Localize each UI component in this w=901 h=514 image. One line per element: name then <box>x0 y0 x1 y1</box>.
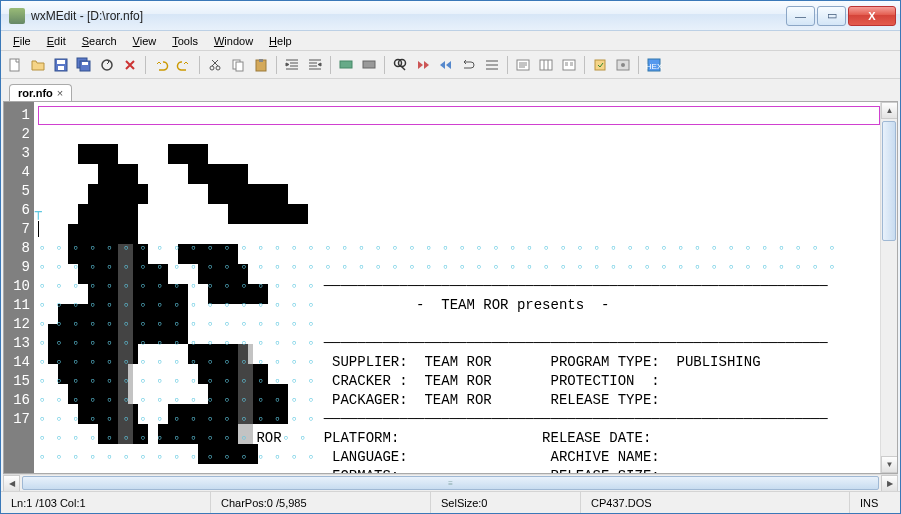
close-file-icon[interactable] <box>120 55 140 75</box>
find-next-icon[interactable] <box>413 55 433 75</box>
scroll-down-icon[interactable]: ▼ <box>881 456 898 473</box>
editor-area: 1 2 3 4 5 6 7 8 9 10 11 12 13 14 15 16 1… <box>3 101 898 474</box>
reload-icon[interactable] <box>97 55 117 75</box>
tab-ror-nfo[interactable]: ror.nfo × <box>9 84 72 101</box>
line-number: 13 <box>4 334 30 353</box>
svg-point-23 <box>621 63 625 67</box>
menu-search[interactable]: Search <box>74 33 125 49</box>
svg-text:HEX: HEX <box>646 62 662 71</box>
save-all-icon[interactable] <box>74 55 94 75</box>
line-number: 17 <box>4 410 30 429</box>
svg-rect-19 <box>540 60 552 70</box>
line-number: 14 <box>4 353 30 372</box>
tabbar: ror.nfo × <box>1 79 900 101</box>
scroll-right-icon[interactable]: ▶ <box>881 475 898 492</box>
line-number: 6 <box>4 201 30 220</box>
maximize-button[interactable]: ▭ <box>817 6 846 26</box>
status-selsize: SelSize:0 <box>431 492 581 513</box>
line-gutter: 1 2 3 4 5 6 7 8 9 10 11 12 13 14 15 16 1… <box>4 102 34 473</box>
current-line-highlight <box>38 106 880 125</box>
cut-icon[interactable] <box>205 55 225 75</box>
svg-point-8 <box>210 66 214 70</box>
tab-label: ror.nfo <box>18 87 53 99</box>
svg-rect-15 <box>363 61 375 68</box>
svg-rect-11 <box>236 62 243 71</box>
app-window: wxMEdit - [D:\ror.nfo] — ▭ X File Edit S… <box>0 0 901 514</box>
line-number: 2 <box>4 125 30 144</box>
options-icon[interactable] <box>613 55 633 75</box>
line-number: 8 <box>4 239 30 258</box>
menu-edit[interactable]: Edit <box>39 33 74 49</box>
find-prev-icon[interactable] <box>436 55 456 75</box>
minimize-button[interactable]: — <box>786 6 815 26</box>
uncomment-icon[interactable] <box>359 55 379 75</box>
menu-file[interactable]: File <box>5 33 39 49</box>
svg-rect-29 <box>188 164 248 184</box>
line-number: 9 <box>4 258 30 277</box>
horizontal-scrollbar[interactable]: ◀ ≡ ▶ <box>3 474 898 491</box>
find-icon[interactable] <box>390 55 410 75</box>
toolbar: HEX <box>1 51 900 79</box>
menu-tools[interactable]: Tools <box>164 33 206 49</box>
app-icon <box>9 8 25 24</box>
svg-rect-26 <box>78 144 118 164</box>
window-title: wxMEdit - [D:\ror.nfo] <box>31 9 784 23</box>
titlebar[interactable]: wxMEdit - [D:\ror.nfo] — ▭ X <box>1 1 900 31</box>
line-number: 5 <box>4 182 30 201</box>
comment-icon[interactable] <box>336 55 356 75</box>
text-mode-icon[interactable] <box>513 55 533 75</box>
scroll-thumb[interactable] <box>882 121 896 241</box>
indent-icon[interactable] <box>282 55 302 75</box>
copy-icon[interactable] <box>228 55 248 75</box>
svg-rect-2 <box>57 60 65 64</box>
scroll-thumb[interactable]: ≡ <box>22 476 879 490</box>
column-mode-icon[interactable] <box>536 55 556 75</box>
line-number: 16 <box>4 391 30 410</box>
close-button[interactable]: X <box>848 6 896 26</box>
open-file-icon[interactable] <box>28 55 48 75</box>
svg-rect-21 <box>595 60 605 70</box>
svg-point-7 <box>102 60 112 70</box>
text-content[interactable]: ◦ ◦ ◦ ◦ ◦ ◦ ◦ ◦ ◦ ◦ ◦ ◦ ◦ ◦ ◦ ◦ ◦ ◦ ◦ ◦ … <box>34 102 880 473</box>
undo-icon[interactable] <box>151 55 171 75</box>
status-encoding[interactable]: CP437.DOS <box>581 492 850 513</box>
paste-icon[interactable] <box>251 55 271 75</box>
status-charpos: CharPos:0 /5,985 <box>211 492 431 513</box>
statusbar: Ln:1 /103 Col:1 CharPos:0 /5,985 SelSize… <box>1 491 900 513</box>
svg-rect-32 <box>88 184 148 204</box>
vertical-scrollbar[interactable]: ▲ ▼ <box>880 102 897 473</box>
line-number: 4 <box>4 163 30 182</box>
menu-view[interactable]: View <box>125 33 165 49</box>
save-icon[interactable] <box>51 55 71 75</box>
outdent-icon[interactable] <box>305 55 325 75</box>
line-number: 7 <box>4 220 30 239</box>
menu-window[interactable]: Window <box>206 33 261 49</box>
line-number: 10 <box>4 277 30 296</box>
svg-rect-28 <box>168 144 208 164</box>
bookmark-icon[interactable]: HEX <box>644 55 664 75</box>
svg-rect-3 <box>58 66 64 70</box>
replace-all-icon[interactable] <box>482 55 502 75</box>
svg-rect-0 <box>10 59 19 71</box>
status-position: Ln:1 /103 Col:1 <box>1 492 211 513</box>
replace-icon[interactable] <box>459 55 479 75</box>
line-number: 3 <box>4 144 30 163</box>
tab-close-icon[interactable]: × <box>57 87 63 99</box>
new-file-icon[interactable] <box>5 55 25 75</box>
scroll-up-icon[interactable]: ▲ <box>881 102 898 119</box>
window-controls: — ▭ X <box>784 6 896 26</box>
svg-rect-6 <box>82 62 88 65</box>
scroll-left-icon[interactable]: ◀ <box>3 475 20 492</box>
menubar: File Edit Search View Tools Window Help <box>1 31 900 51</box>
menu-help[interactable]: Help <box>261 33 300 49</box>
svg-rect-20 <box>563 60 575 70</box>
status-mode[interactable]: INS <box>850 492 900 513</box>
macro-icon[interactable] <box>590 55 610 75</box>
svg-rect-30 <box>208 184 288 204</box>
redo-icon[interactable] <box>174 55 194 75</box>
line-number: 15 <box>4 372 30 391</box>
svg-point-9 <box>216 66 220 70</box>
svg-rect-14 <box>340 61 352 68</box>
svg-rect-13 <box>259 59 263 62</box>
hex-mode-icon[interactable] <box>559 55 579 75</box>
